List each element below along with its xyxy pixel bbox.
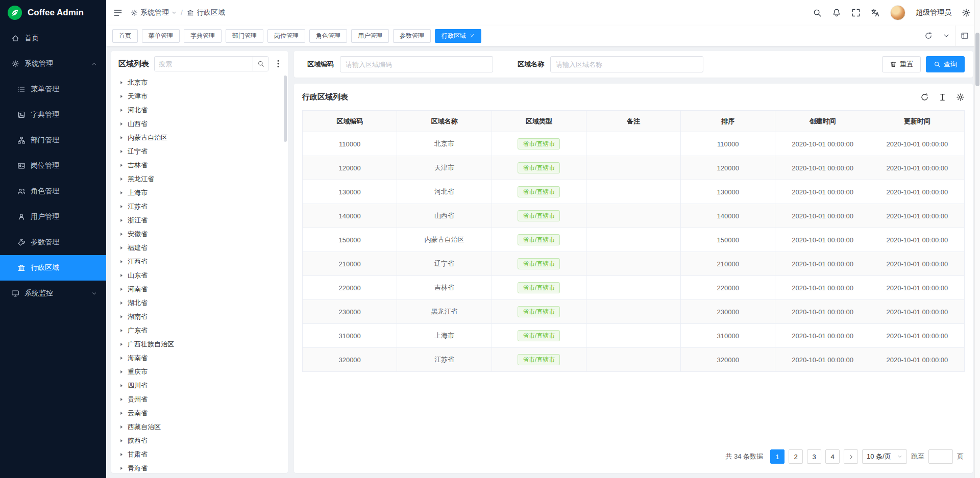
table-row[interactable]: 130000河北省省市/直辖市1300002020-10-01 00:00:00… [303,180,965,204]
settings-gear-icon[interactable] [962,8,971,17]
tree-item[interactable]: 陕西省 [111,434,288,447]
caret-right-icon[interactable] [119,245,124,250]
caret-right-icon[interactable] [119,452,124,457]
caret-right-icon[interactable] [119,121,124,127]
next-page-button[interactable] [844,449,858,464]
search-icon[interactable] [813,8,822,17]
tab-close-icon[interactable] [470,33,475,38]
tree-item[interactable]: 福建省 [111,241,288,255]
caret-right-icon[interactable] [119,177,124,182]
caret-right-icon[interactable] [119,108,124,113]
table-row[interactable]: 310000上海市省市/直辖市3100002020-10-01 00:00:00… [303,324,965,348]
caret-right-icon[interactable] [119,94,124,99]
table-row[interactable]: 150000内蒙古自治区省市/直辖市1500002020-10-01 00:00… [303,228,965,252]
caret-right-icon[interactable] [119,369,124,374]
sidebar-item[interactable]: 字典管理 [0,102,106,128]
caret-right-icon[interactable] [119,342,124,347]
sidebar-item[interactable]: 用户管理 [0,204,106,230]
fullscreen-icon[interactable] [851,8,861,17]
caret-right-icon[interactable] [119,424,124,430]
table-density-icon[interactable] [938,93,947,102]
page-button[interactable]: 4 [825,449,840,464]
tab[interactable]: 角色管理 [309,29,347,43]
caret-right-icon[interactable] [119,287,124,292]
tree-item[interactable]: 西藏自治区 [111,420,288,434]
tree-scrollbar[interactable] [284,76,287,142]
caret-right-icon[interactable] [119,135,124,140]
caret-right-icon[interactable] [119,259,124,264]
table-row[interactable]: 210000辽宁省省市/直辖市2100002020-10-01 00:00:00… [303,252,965,276]
username-label[interactable]: 超级管理员 [916,8,951,17]
tree-search-input[interactable] [155,57,253,71]
tree-item[interactable]: 安徽省 [111,227,288,241]
sidebar-item[interactable]: 系统管理 [0,51,106,77]
content-fullscreen-icon[interactable] [955,26,974,46]
caret-right-icon[interactable] [119,466,124,471]
tab[interactable]: 首页 [112,29,138,43]
tree-item[interactable]: 辽宁省 [111,144,288,158]
table-row[interactable]: 220000吉林省省市/直辖市2200002020-10-01 00:00:00… [303,276,965,300]
tree-item[interactable]: 四川省 [111,379,288,392]
caret-right-icon[interactable] [119,218,124,223]
page-button[interactable]: 2 [789,449,803,464]
tree-item[interactable]: 黑龙江省 [111,172,288,186]
caret-right-icon[interactable] [119,314,124,319]
page-size-select[interactable]: 10 条/页 [862,449,907,464]
table-row[interactable]: 110000北京市省市/直辖市1100002020-10-01 00:00:00… [303,132,965,156]
page-button[interactable]: 1 [770,449,785,464]
tree-item[interactable]: 山西省 [111,117,288,131]
tree-item[interactable]: 甘肃省 [111,447,288,461]
tab[interactable]: 用户管理 [351,29,389,43]
breadcrumb-root[interactable]: 系统管理 [131,8,177,17]
sidebar-item[interactable]: 菜单管理 [0,77,106,102]
refresh-tab-icon[interactable] [919,26,938,46]
table-row[interactable]: 120000天津市省市/直辖市1200002020-10-01 00:00:00… [303,156,965,180]
tree-item[interactable]: 吉林省 [111,158,288,172]
tab[interactable]: 部门管理 [226,29,263,43]
tab-options-chevron-icon[interactable] [938,26,955,46]
tree-item[interactable]: 广东省 [111,323,288,337]
page-scrollbar[interactable] [974,0,980,478]
query-button[interactable]: 查询 [926,56,965,72]
page-button[interactable]: 3 [807,449,821,464]
tree-item[interactable]: 江苏省 [111,199,288,213]
tab[interactable]: 参数管理 [393,29,431,43]
caret-right-icon[interactable] [119,300,124,306]
sidebar-item[interactable]: 部门管理 [0,128,106,153]
sidebar-item[interactable]: 系统监控 [0,281,106,306]
tab[interactable]: 岗位管理 [267,29,305,43]
caret-right-icon[interactable] [119,273,124,278]
caret-right-icon[interactable] [119,149,124,154]
tree-more-dots-icon[interactable] [274,59,283,68]
caret-right-icon[interactable] [119,190,124,195]
caret-right-icon[interactable] [119,438,124,443]
tree-item[interactable]: 浙江省 [111,213,288,227]
tree-item[interactable]: 云南省 [111,406,288,420]
tree-item[interactable]: 湖北省 [111,296,288,310]
tree-item[interactable]: 河北省 [111,103,288,117]
caret-right-icon[interactable] [119,80,124,85]
tree-item[interactable]: 重庆市 [111,365,288,379]
table-row[interactable]: 320000江苏省省市/直辖市3200002020-10-01 00:00:00… [303,348,965,372]
tree-item[interactable]: 河南省 [111,282,288,296]
tree-item[interactable]: 天津市 [111,89,288,103]
sidebar-item[interactable]: 角色管理 [0,179,106,204]
tree-item[interactable]: 广西壮族自治区 [111,337,288,351]
sidebar-item[interactable]: 岗位管理 [0,153,106,179]
tab[interactable]: 行政区域 [435,29,481,43]
table-row[interactable]: 140000山西省省市/直辖市1400002020-10-01 00:00:00… [303,204,965,228]
sidebar-item[interactable]: 首页 [0,26,106,51]
caret-right-icon[interactable] [119,204,124,209]
table-refresh-icon[interactable] [920,93,929,102]
scrollbar-thumb[interactable] [975,33,979,86]
sidebar-item[interactable]: 行政区域 [0,255,106,281]
sidebar-item[interactable]: 参数管理 [0,230,106,255]
translate-icon[interactable] [871,8,880,17]
caret-right-icon[interactable] [119,232,124,237]
tree-item[interactable]: 海南省 [111,351,288,365]
table-row[interactable]: 230000黑龙江省省市/直辖市2300002020-10-01 00:00:0… [303,300,965,324]
tree-item[interactable]: 北京市 [111,76,288,89]
tree-item[interactable]: 贵州省 [111,392,288,406]
region-code-input[interactable] [340,56,493,72]
tab[interactable]: 字典管理 [184,29,222,43]
